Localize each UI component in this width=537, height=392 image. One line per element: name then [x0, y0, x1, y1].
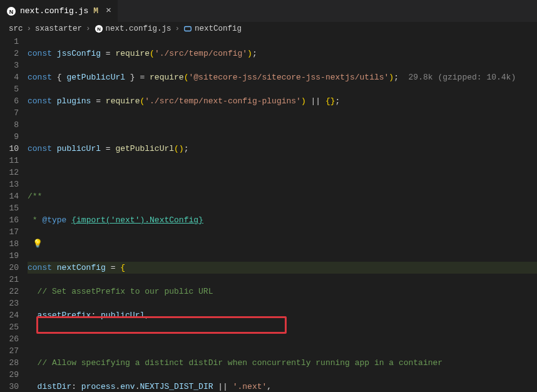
breadcrumb-item[interactable]: src	[9, 24, 23, 33]
line-number: 12	[0, 167, 19, 178]
nextjs-file-icon: N	[95, 24, 103, 33]
breadcrumb-item[interactable]: sxastarter	[35, 24, 82, 33]
symbol-variable-icon	[183, 24, 192, 33]
line-number: 28	[0, 357, 19, 369]
tab-next-config[interactable]: N next.config.js M ×	[0, 0, 118, 22]
nextjs-file-icon: N	[6, 6, 16, 16]
line-number: 18	[0, 238, 19, 250]
svg-rect-4	[185, 27, 192, 31]
line-number: 22	[0, 286, 19, 297]
editor[interactable]: 1234567891011121314151617181920212223242…	[0, 36, 537, 392]
line-number: 16	[0, 214, 19, 226]
lightbulb-icon[interactable]: 💡	[33, 239, 43, 249]
line-number: 15	[0, 202, 19, 214]
line-number: 4	[0, 71, 19, 83]
tab-bar: N next.config.js M ×	[0, 0, 537, 22]
line-number: 2	[0, 48, 19, 59]
chevron-right-icon: ›	[175, 24, 180, 33]
svg-text:N: N	[9, 8, 14, 14]
line-number: 20	[0, 262, 19, 274]
line-number: 14	[0, 190, 19, 202]
chevron-right-icon: ›	[27, 24, 32, 33]
line-number: 9	[0, 131, 19, 143]
code-area[interactable]: const jssConfig = require('./src/temp/co…	[28, 36, 537, 392]
breadcrumb: src › sxastarter › N next.config.js › ne…	[0, 22, 537, 36]
size-hint: 29.8k (gzipped: 10.4k)	[399, 73, 516, 82]
line-number-gutter: 1234567891011121314151617181920212223242…	[0, 36, 28, 392]
line-number: 26	[0, 333, 19, 345]
line-number: 8	[0, 119, 19, 131]
line-number: 7	[0, 107, 19, 119]
svg-text:N: N	[97, 26, 101, 32]
line-number: 17	[0, 226, 19, 238]
line-number: 25	[0, 321, 19, 333]
line-number: 29	[0, 369, 19, 381]
line-number: 24	[0, 309, 19, 321]
chevron-right-icon: ›	[86, 24, 91, 33]
line-number: 1	[0, 36, 19, 48]
line-number: 6	[0, 95, 19, 107]
line-number: 5	[0, 83, 19, 95]
close-icon[interactable]: ×	[106, 6, 111, 16]
line-number: 27	[0, 345, 19, 357]
breadcrumb-item[interactable]: nextConfig	[195, 24, 242, 33]
tab-label: next.config.js	[20, 6, 88, 16]
line-number: 21	[0, 274, 19, 286]
line-number: 10	[0, 143, 19, 155]
line-number: 23	[0, 297, 19, 309]
tab-modified-badge: M	[93, 6, 98, 16]
line-number: 13	[0, 178, 19, 190]
line-number: 3	[0, 59, 19, 71]
line-number: 19	[0, 250, 19, 262]
line-number: 11	[0, 155, 19, 167]
line-number: 30	[0, 381, 19, 392]
breadcrumb-item[interactable]: next.config.js	[106, 24, 171, 33]
